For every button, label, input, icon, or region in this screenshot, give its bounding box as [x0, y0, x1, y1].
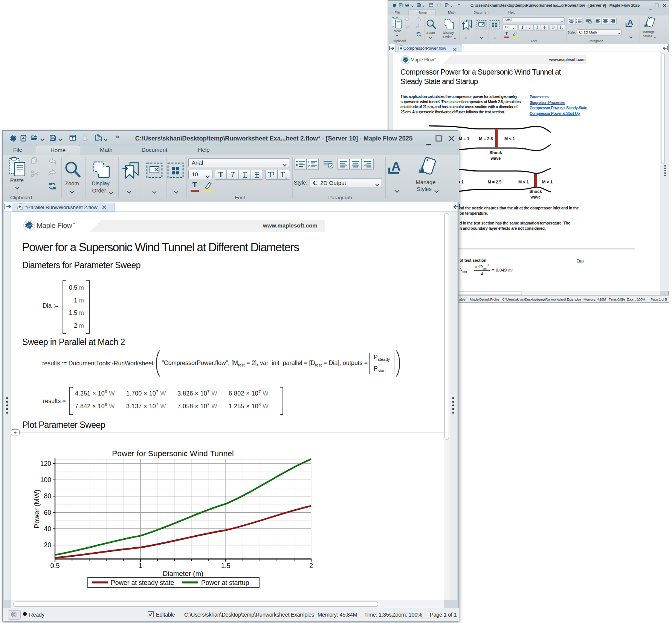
svg-text:2: 2: [308, 164, 310, 168]
svg-text:Diameter (m): Diameter (m): [163, 570, 203, 577]
svg-text:wave: wave: [490, 156, 501, 160]
svg-text:A: A: [391, 159, 401, 173]
svg-text:Power at startup: Power at startup: [201, 579, 249, 586]
svg-text:A: A: [628, 18, 633, 26]
svg-text:40: 40: [44, 525, 52, 533]
svg-text:wave: wave: [530, 195, 541, 199]
svg-text:1: 1: [308, 160, 310, 164]
svg-text:80: 80: [44, 492, 52, 500]
svg-text:2: 2: [309, 562, 313, 570]
svg-text:20: 20: [44, 541, 52, 549]
svg-text:1: 1: [139, 562, 142, 570]
svg-text:1.5: 1.5: [221, 562, 231, 570]
svg-text:120: 120: [40, 460, 51, 467]
svg-text:0.5: 0.5: [50, 562, 60, 570]
svg-text:Shock: Shock: [489, 150, 502, 155]
svg-text:60: 60: [44, 509, 52, 516]
svg-text:M < 1: M < 1: [542, 180, 553, 184]
svg-text:M = 1: M = 1: [459, 136, 469, 141]
svg-text:M < 1: M < 1: [504, 136, 515, 141]
svg-text:Shock: Shock: [529, 189, 542, 194]
svg-text:1: 1: [576, 18, 577, 21]
svg-text:Power for Supersonic Wind Tunn: Power for Supersonic Wind Tunnel: [112, 449, 234, 458]
svg-text:M = 2.5: M = 2.5: [488, 180, 502, 184]
svg-text:100: 100: [40, 476, 51, 484]
svg-text:Power at steady state: Power at steady state: [111, 579, 174, 586]
svg-text:M = 2.5: M = 2.5: [479, 136, 493, 141]
svg-text:M > 1: M > 1: [518, 180, 529, 184]
svg-text:2: 2: [576, 21, 577, 23]
svg-text:Power (MW): Power (MW): [33, 490, 41, 528]
